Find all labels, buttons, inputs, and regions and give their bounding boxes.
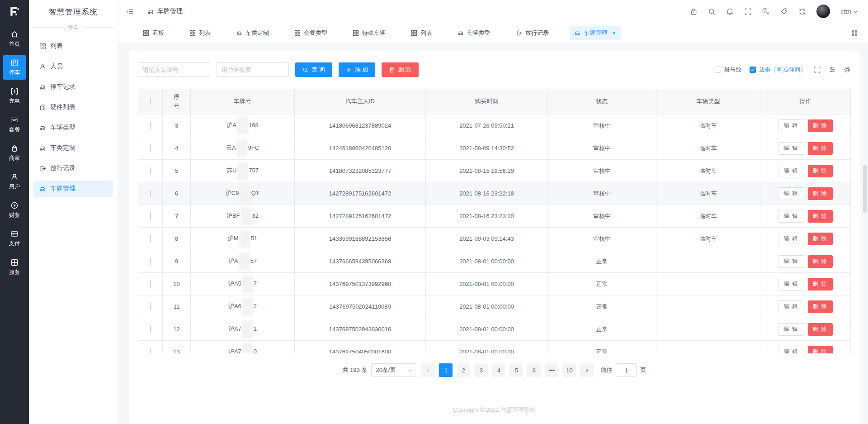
zebra-checkbox[interactable]: [715, 67, 721, 73]
fullscreen-icon[interactable]: [744, 8, 752, 15]
add-button[interactable]: 添 加: [339, 62, 376, 77]
delete-row-button[interactable]: 删 除: [808, 300, 833, 313]
tab-release-records[interactable]: 放行记录: [511, 26, 553, 40]
tag-icon[interactable]: [780, 8, 788, 15]
tab-special-vehicle[interactable]: 特殊车辆: [348, 26, 390, 40]
submenu-item-release-records[interactable]: 放行记录: [33, 160, 113, 176]
delete-row-button[interactable]: 删 除: [808, 278, 833, 291]
row-checkbox[interactable]: [150, 122, 151, 129]
page-button-3[interactable]: 3: [474, 363, 488, 377]
refresh-icon[interactable]: [798, 8, 806, 15]
submenu-item-parking-records[interactable]: 停车记录: [33, 79, 113, 95]
row-plate: 沪BF32: [191, 205, 295, 228]
tab-vehicle-type[interactable]: 车辆类型: [453, 26, 495, 40]
table-row: 4云A9FC14246188604204851202021-08-09 14:3…: [138, 137, 851, 160]
row-checkbox[interactable]: [150, 325, 151, 333]
rail-item-charge[interactable]: 充电: [3, 84, 26, 108]
delete-row-button[interactable]: 删 除: [808, 142, 833, 155]
tab-plate-management[interactable]: 车牌管理: [570, 26, 621, 40]
page-button-5[interactable]: 5: [509, 363, 523, 377]
row-checkbox[interactable]: [150, 167, 151, 175]
edit-button[interactable]: 编 辑: [778, 323, 804, 336]
tab-list[interactable]: 列表: [185, 26, 215, 40]
page-button-10[interactable]: 10: [562, 363, 576, 377]
tab-close-icon[interactable]: [612, 31, 616, 35]
rail-item-home[interactable]: 首页: [3, 27, 26, 51]
goto-page-input[interactable]: [616, 363, 637, 377]
delete-row-button[interactable]: 删 除: [808, 119, 833, 132]
submenu-item-list[interactable]: 列表: [33, 38, 113, 54]
edit-button[interactable]: 编 辑: [778, 300, 804, 313]
edit-button[interactable]: 编 辑: [778, 119, 804, 132]
submenu-item-hardware-list[interactable]: 硬件列表: [33, 99, 113, 115]
submenu-item-vehicle-custom[interactable]: 车类定制: [33, 140, 113, 156]
fullscreen-table-icon[interactable]: [814, 66, 821, 73]
submenu-item-vehicle-type[interactable]: 车辆类型: [33, 119, 113, 136]
page-button-1[interactable]: 1: [439, 363, 453, 377]
rail-item-merchant[interactable]: 商家: [3, 141, 26, 165]
delete-button[interactable]: 删 除: [382, 62, 419, 77]
edit-button[interactable]: 编 辑: [778, 142, 804, 155]
edit-button[interactable]: 编 辑: [778, 255, 804, 268]
row-checkbox[interactable]: [150, 280, 151, 288]
edit-button[interactable]: 编 辑: [778, 233, 804, 245]
rail-item-package[interactable]: VIP套餐: [3, 112, 26, 137]
delete-row-button[interactable]: 删 除: [808, 255, 833, 268]
delete-row-button[interactable]: 删 除: [808, 165, 833, 177]
page-ellipsis[interactable]: •••: [545, 363, 558, 377]
page-button-2[interactable]: 2: [457, 363, 470, 377]
row-checkbox[interactable]: [150, 212, 151, 220]
delete-row-button[interactable]: 删 除: [808, 187, 833, 200]
delete-row-button[interactable]: 删 除: [808, 233, 833, 245]
submenu-item-plate-management[interactable]: 车牌管理: [33, 181, 113, 197]
delete-row-button[interactable]: 删 除: [808, 346, 833, 354]
collapse-sidebar-icon[interactable]: [126, 8, 134, 15]
edit-button[interactable]: 编 辑: [778, 165, 804, 177]
select-all-checkbox[interactable]: [150, 97, 151, 105]
row-checkbox[interactable]: [150, 348, 151, 353]
next-page-button[interactable]: [580, 363, 594, 377]
edit-button[interactable]: 编 辑: [778, 346, 804, 354]
tab-overview-grid-icon[interactable]: [851, 29, 858, 37]
prev-page-button[interactable]: [421, 363, 435, 377]
page-scrollbar[interactable]: [863, 165, 867, 213]
username-search-input[interactable]: [217, 62, 289, 77]
tab-dashboard[interactable]: 看板: [138, 26, 169, 40]
edit-button[interactable]: 编 辑: [778, 278, 804, 291]
gear-icon[interactable]: [844, 66, 851, 73]
border-checkbox-group[interactable]: 边框（可拉伸列）: [750, 66, 806, 74]
plate-search-input[interactable]: [138, 62, 210, 77]
rail-item-parking[interactable]: 停车: [3, 55, 26, 80]
zebra-checkbox-group[interactable]: 斑马纹: [715, 66, 742, 74]
edit-button[interactable]: 编 辑: [778, 210, 804, 223]
rail-item-user[interactable]: 用户: [3, 169, 26, 194]
user-menu[interactable]: cfzh: [840, 8, 858, 15]
edit-button[interactable]: 编 辑: [778, 187, 804, 200]
submenu-item-personnel[interactable]: 人员: [33, 58, 113, 75]
avatar[interactable]: [816, 5, 830, 18]
border-checkbox[interactable]: [750, 67, 756, 73]
search-icon[interactable]: [708, 8, 716, 15]
row-checkbox[interactable]: [150, 257, 151, 265]
rail-item-payment[interactable]: 支付: [3, 226, 26, 251]
row-checkbox[interactable]: [150, 235, 151, 243]
page-button-6[interactable]: 6: [527, 363, 541, 377]
page-button-4[interactable]: 4: [492, 363, 505, 377]
row-checkbox[interactable]: [150, 190, 151, 197]
tab-vehicle-custom[interactable]: 车类定制: [231, 26, 274, 40]
delete-row-button[interactable]: 删 除: [808, 210, 833, 223]
lock-icon[interactable]: [690, 8, 698, 15]
translate-icon[interactable]: 文A: [762, 8, 770, 15]
page-size-select[interactable]: 20条/页: [371, 363, 417, 377]
query-button[interactable]: 查 询: [295, 62, 332, 77]
rail-item-finance[interactable]: ¥财务: [3, 198, 26, 222]
app-logo[interactable]: [0, 0, 29, 23]
tab-list-2[interactable]: 列表: [406, 26, 437, 40]
delete-row-button[interactable]: 删 除: [808, 323, 833, 336]
column-settings-icon[interactable]: [829, 66, 836, 73]
bell-icon[interactable]: [726, 8, 734, 15]
rail-item-service[interactable]: 服务: [3, 255, 26, 279]
row-checkbox[interactable]: [150, 303, 151, 310]
tab-package-type[interactable]: 套餐类型: [290, 26, 332, 40]
row-checkbox[interactable]: [150, 144, 151, 152]
